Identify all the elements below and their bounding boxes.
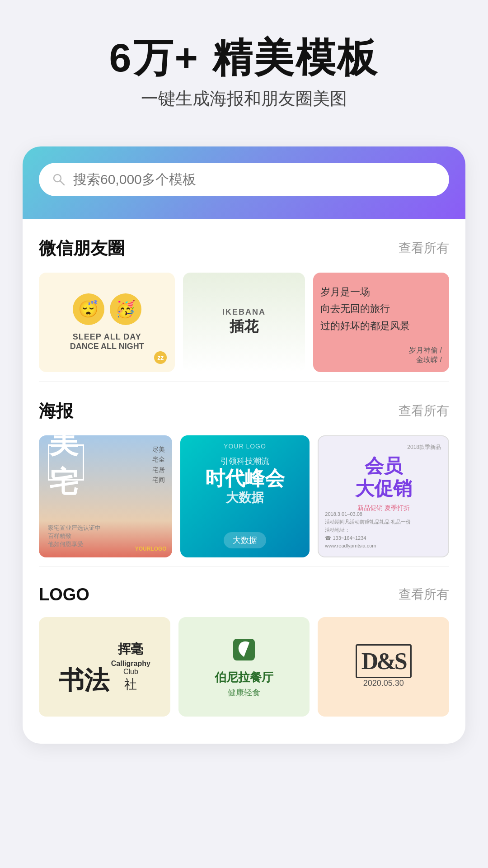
poster-see-all[interactable]: 查看所有 xyxy=(399,402,449,420)
app-card: 微信朋友圈 查看所有 😴 🥳 SLEEP ALL DAY DANCE ALL N… xyxy=(23,146,465,744)
wechat-card-2[interactable]: IKEBANA 插花 xyxy=(183,273,305,372)
poster3-top-tag: 2018款季新品 xyxy=(326,443,441,451)
svg-line-1 xyxy=(60,181,64,185)
logo-section: LOGO 查看所有 书法 挥毫 Calligraphy Club 社 xyxy=(23,567,465,726)
emoji-sleep: 😴 xyxy=(73,293,104,325)
emoji-dance: 🥳 xyxy=(110,293,141,325)
poster3-sale-title: 会员大促销 xyxy=(326,455,441,500)
poem-author-line1: 岁月神偷 / xyxy=(409,346,442,355)
logo3-date: 2020.05.30 xyxy=(363,679,404,688)
emoji-row: 😴 🥳 xyxy=(73,293,141,325)
poster-cards-row: 美宅 尽美宅全宅居宅间 家宅置业严选认证中百样精致他如何恩享受 YOURLOGO… xyxy=(39,435,449,557)
sleep-dance-text: SLEEP ALL DAY DANCE ALL NIGHT xyxy=(70,332,144,351)
ikebana-text: IKEBANA 插花 xyxy=(222,307,266,337)
logo1-she-char: 社 xyxy=(124,676,137,693)
logo1-hui-char: 挥毫 xyxy=(118,641,143,658)
search-bar[interactable] xyxy=(39,163,449,196)
logo-card-3[interactable]: D&S 2020.05.30 xyxy=(318,617,449,717)
poster-card-3[interactable]: 2018款季新品 会员大促销 新品促销 夏季打折 2018.3.01–03.08… xyxy=(318,435,449,557)
wechat-section-title: 微信朋友圈 xyxy=(39,237,125,260)
dance-text: DANCE ALL NIGHT xyxy=(70,342,144,351)
wechat-cards-row: 😴 🥳 SLEEP ALL DAY DANCE ALL NIGHT zz IKE… xyxy=(39,273,449,372)
wechat-section: 微信朋友圈 查看所有 😴 🥳 SLEEP ALL DAY DANCE ALL N… xyxy=(23,219,465,381)
poster2-bottom-btn: 大数据 xyxy=(224,532,266,548)
logo-card-1[interactable]: 书法 挥毫 Calligraphy Club 社 xyxy=(39,617,170,717)
poster2-side-text: 引领科技潮流 xyxy=(221,455,269,467)
logo-section-header: LOGO 查看所有 xyxy=(39,585,449,604)
leaf-icon xyxy=(230,635,258,664)
search-banner xyxy=(23,146,465,219)
poster3-bottom-detail: 2018.3.01–03.08 活动期间凡活动前赠礼品礼品·礼品一份 活动地址：… xyxy=(325,510,442,550)
poster1-right-text: 尽美宅全宅居宅间 xyxy=(152,444,165,485)
logo1-club-name: Calligraphy Club xyxy=(111,660,150,676)
poster1-big-char: 美宅 xyxy=(48,444,84,481)
poem-text: 岁月是一场向去无回的旅行过的好坏的都是风景 xyxy=(320,283,410,334)
poster2-your-logo: YOUR LOGO xyxy=(188,443,303,450)
logo2-restaurant-sub: 健康轻食 xyxy=(228,687,260,698)
poster-section-header: 海报 查看所有 xyxy=(39,400,449,423)
poem-author-line2: 金玫嵘 / xyxy=(409,355,442,365)
logo-section-title: LOGO xyxy=(39,585,89,604)
logo-cards-row: 书法 挥毫 Calligraphy Club 社 xyxy=(39,617,449,717)
poster-card-1[interactable]: 美宅 尽美宅全宅居宅间 家宅置业严选认证中百样精致他如何恩享受 YOURLOGO xyxy=(39,435,172,557)
zz-badge: zz xyxy=(154,351,167,364)
wechat-see-all[interactable]: 查看所有 xyxy=(399,240,449,257)
poster-section-title: 海报 xyxy=(39,400,73,423)
poster1-logo: YOURLOGO xyxy=(135,546,167,552)
logo3-initials: D&S xyxy=(356,646,412,675)
logo-card-2[interactable]: 伯尼拉餐厅 健康轻食 xyxy=(178,617,310,717)
poster-card-2[interactable]: YOUR LOGO 引领科技潮流 时代峰会 大数据 大数据 xyxy=(180,435,310,557)
sub-title: 一键生成海报和朋友圈美图 xyxy=(18,87,470,110)
poster1-bottom-text: 家宅置业严选认证中百样精致他如何恩享受 xyxy=(48,524,101,548)
wechat-card-3[interactable]: 岁月是一场向去无回的旅行过的好坏的都是风景 岁月神偷 / 金玫嵘 / xyxy=(313,273,449,372)
wechat-section-header: 微信朋友圈 查看所有 xyxy=(39,237,449,260)
logo2-restaurant-name: 伯尼拉餐厅 xyxy=(215,670,273,685)
poster2-big-data: 大数据 xyxy=(226,489,264,506)
ikebana-sub: IKEBANA xyxy=(222,307,266,317)
poster2-big-title: 时代峰会 xyxy=(205,467,285,489)
search-icon xyxy=(52,172,66,187)
page-header: 6万+ 精美模板 一键生成海报和朋友圈美图 xyxy=(0,0,488,128)
poster-section: 海报 查看所有 美宅 尽美宅全宅居宅间 家宅置业严选认证中百样精致他如何恩享受 … xyxy=(23,382,465,566)
ikebana-title: 插花 xyxy=(222,317,266,337)
poem-author: 岁月神偷 / 金玫嵘 / xyxy=(409,346,442,365)
main-title: 6万+ 精美模板 xyxy=(18,36,470,80)
logo-see-all[interactable]: 查看所有 xyxy=(399,586,449,603)
logo1-chinese-char: 书法 xyxy=(59,668,109,693)
wechat-card-1[interactable]: 😴 🥳 SLEEP ALL DAY DANCE ALL NIGHT zz xyxy=(39,273,175,372)
search-input[interactable] xyxy=(73,172,436,187)
sleep-text: SLEEP ALL DAY xyxy=(70,332,144,342)
